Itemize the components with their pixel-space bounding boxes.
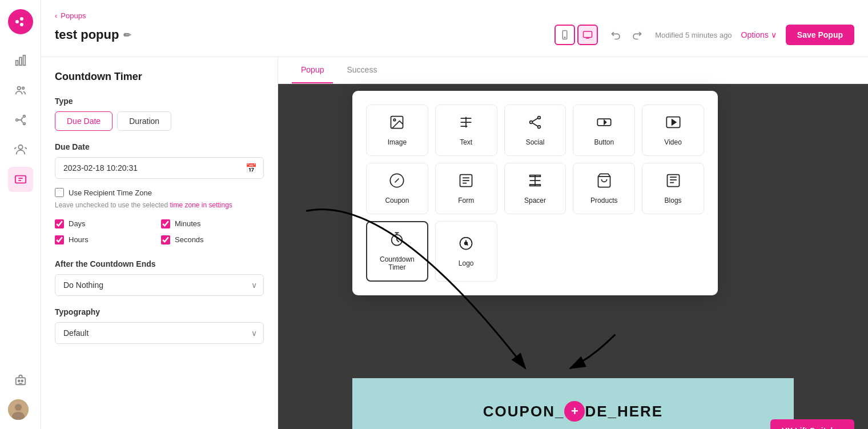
contacts-icon [14,84,27,97]
countdown-widget-label: Countdown Timer [372,255,423,271]
svg-rect-4 [19,58,22,66]
svg-rect-3 [15,61,18,65]
video-widget-icon [665,114,681,134]
options-button[interactable]: Options ∨ [741,30,777,39]
svg-marker-29 [672,119,676,125]
days-checkbox[interactable] [55,219,64,228]
breadcrumb-label: Popups [61,11,86,20]
social-widget-label: Social [526,138,545,146]
svg-point-25 [530,121,533,124]
device-icons-group [554,25,598,45]
panel-title: Countdown Timer [55,71,264,83]
widget-social[interactable]: Social [504,105,566,156]
svg-point-6 [17,87,21,90]
date-input[interactable] [55,157,264,179]
coupon-plus-button[interactable]: + [564,401,585,422]
coupon-widget-label: Coupon [385,197,409,205]
social-widget-icon [527,114,543,134]
widget-video[interactable]: Video [642,105,704,156]
svg-line-31 [395,179,399,183]
svg-rect-5 [23,55,25,65]
coupon-widget-icon [389,173,405,192]
breadcrumb-chevron: ‹ [55,11,57,20]
widget-image[interactable]: Image [366,105,428,156]
svg-point-23 [394,119,396,121]
seconds-row: Seconds [161,235,264,244]
sidebar-item-bot[interactable] [8,367,33,392]
modified-text: Modified 5 minutes ago [655,31,732,39]
app-logo[interactable] [8,9,33,34]
widget-coupon[interactable]: Coupon [366,163,428,214]
redo-icon [631,29,642,41]
logo-icon [14,15,27,29]
undo-redo-group [607,26,646,44]
svg-point-26 [538,126,541,129]
timezone-settings-link[interactable]: time zone in settings [170,201,232,209]
date-input-wrapper: 📅 [55,157,264,179]
hours-row: Hours [55,235,158,244]
undo-button[interactable] [607,26,625,44]
type-label: Type [55,97,264,106]
audiences-icon [14,143,27,156]
hours-checkbox[interactable] [55,235,64,244]
button-widget-icon [596,114,612,134]
desktop-device-btn[interactable] [577,25,598,45]
seconds-label: Seconds [175,235,204,244]
days-row: Days [55,219,158,228]
form-widget-label: Form [458,197,474,205]
svg-point-0 [15,20,19,23]
minutes-checkbox[interactable] [161,219,170,228]
ux-lift-switcher-button[interactable]: UX Lift Switcher [770,419,854,429]
widget-text[interactable]: Text [435,105,497,156]
recipient-tz-checkbox[interactable] [55,188,64,197]
widget-button[interactable]: Button [573,105,635,156]
logo-widget-icon [458,235,474,255]
breadcrumb[interactable]: ‹ Popups [55,11,854,20]
mobile-device-btn[interactable] [554,25,575,45]
page-title-group: test popup ✏ [55,27,131,42]
header-right: Modified 5 minutes ago Options ∨ Save Po… [554,25,854,45]
text-widget-icon [458,114,474,134]
sidebar-item-flows[interactable] [8,107,33,133]
typography-select[interactable]: Default [55,322,264,344]
widget-form[interactable]: Form [435,163,497,214]
do-nothing-select-wrap: Do Nothing ∨ [55,274,264,296]
sidebar-item-audiences[interactable] [8,137,33,162]
svg-point-1 [20,17,23,21]
tab-success[interactable]: Success [337,57,386,83]
seconds-checkbox[interactable] [161,235,170,244]
widget-products[interactable]: Products [573,163,635,214]
typography-select-wrap: Default ∨ [55,322,264,344]
widget-logo[interactable]: Logo [435,221,497,282]
svg-point-2 [20,23,23,26]
popups-icon [14,173,27,186]
widget-spacer[interactable]: Spacer [504,163,566,214]
image-widget-icon [389,114,405,134]
tab-popup[interactable]: Popup [292,57,333,83]
sidebar-nav [0,0,41,429]
duration-button[interactable]: Duration [117,111,171,131]
sidebar-item-popups[interactable] [8,167,33,192]
minutes-row: Minutes [161,219,264,228]
svg-point-14 [18,380,19,382]
after-countdown-select[interactable]: Do Nothing [55,274,264,296]
recipient-tz-label: Use Recipient Time Zone [69,189,152,197]
coupon-area: COUPON_ + DE_HERE [352,378,794,429]
flows-icon [14,114,27,126]
edit-title-icon[interactable]: ✏ [123,30,131,41]
widget-countdown[interactable]: Countdown Timer [366,221,428,282]
save-popup-button[interactable]: Save Popup [786,25,854,45]
days-label: Days [69,219,86,228]
user-avatar[interactable] [8,399,29,420]
minutes-label: Minutes [175,219,201,228]
widget-blogs[interactable]: Blogs [642,163,704,214]
image-widget-label: Image [388,138,407,146]
redo-button[interactable] [628,26,646,44]
video-widget-label: Video [664,138,681,146]
due-date-button[interactable]: Due Date [55,111,112,131]
sidebar-item-analytics[interactable] [8,48,33,73]
hours-label: Hours [69,235,89,244]
sidebar-item-contacts[interactable] [8,78,33,103]
avatar-image [8,399,29,420]
calendar-icon: 📅 [246,163,257,174]
